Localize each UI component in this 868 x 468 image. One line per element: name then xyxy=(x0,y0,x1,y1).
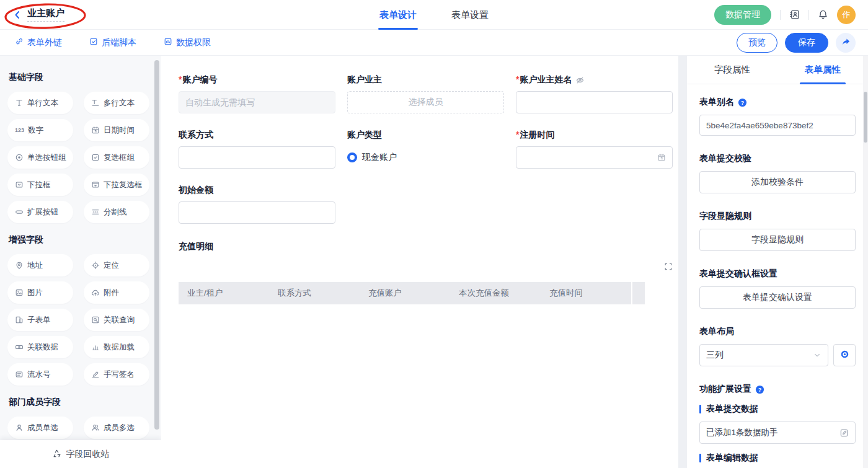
main-area: 基础字段单行文本多行文本123数字日期时间单选按钮组复选框组下拉框下拉复选框扩展… xyxy=(0,56,868,468)
tab-form-settings[interactable]: 表单设置 xyxy=(451,0,489,30)
section-label: 功能扩展设置 xyxy=(699,384,751,395)
sidebar-scrollbar[interactable] xyxy=(154,60,159,430)
field-account-no[interactable]: 账户编号 xyxy=(179,74,335,113)
preview-button[interactable]: 预览 xyxy=(737,33,777,53)
tab-form-design[interactable]: 表单设计 xyxy=(379,0,417,30)
header-actions: 数据管理 作 xyxy=(714,5,856,25)
submit-confirm-setting-button[interactable]: 表单提交确认设置 xyxy=(699,286,856,309)
field-pill-label: 定位 xyxy=(104,260,119,271)
svg-text:?: ? xyxy=(758,386,761,392)
subtable-recharge-detail[interactable]: 充值明细 业主/租户联系方式充值账户本次充值金额充值时间 xyxy=(179,241,673,304)
edit-icon[interactable] xyxy=(839,428,849,438)
relation-data-icon xyxy=(15,343,24,351)
field-pill-radio-group[interactable]: 单选按钮组 xyxy=(7,146,73,169)
divider xyxy=(780,10,781,20)
backend-script-link[interactable]: 后端脚本 xyxy=(89,37,136,48)
multi-select-icon xyxy=(91,180,100,189)
bell-icon[interactable] xyxy=(818,9,828,20)
field-recycle-bin[interactable]: 字段回收站 xyxy=(0,440,161,468)
share-arrow-icon xyxy=(841,37,851,48)
back-arrow-icon[interactable] xyxy=(12,10,22,20)
radio-selected[interactable] xyxy=(347,152,357,162)
field-pill-member-single[interactable]: 成员单选 xyxy=(7,417,73,439)
section-label: 字段显隐规则 xyxy=(699,211,751,222)
select-member-button[interactable]: 选择成员 xyxy=(347,91,504,113)
add-check-condition-button[interactable]: 添加校验条件 xyxy=(699,171,856,193)
field-pill-extend-button[interactable]: 扩展按钮 xyxy=(7,201,73,223)
help-icon[interactable]: ? xyxy=(738,98,747,107)
share-button[interactable] xyxy=(836,33,856,53)
calendar-icon xyxy=(91,126,100,135)
field-pill-multi-line-text[interactable]: 多行文本 xyxy=(84,92,149,114)
save-button[interactable]: 保存 xyxy=(785,33,828,53)
field-pill-locate[interactable]: 定位 xyxy=(84,254,149,276)
field-pill-multi-select[interactable]: 下拉复选框 xyxy=(84,174,149,196)
owner-name-input-inner[interactable] xyxy=(523,97,666,107)
page-scrollbar-thumb[interactable] xyxy=(864,92,867,143)
field-initial-amount[interactable]: 初始金额 xyxy=(179,185,335,224)
recycle-bin-label: 字段回收站 xyxy=(66,449,110,460)
data-manage-button[interactable]: 数据管理 xyxy=(714,5,771,25)
submit-data-status[interactable]: 已添加1条数据助手 xyxy=(699,422,856,444)
subform-icon xyxy=(15,316,24,324)
field-pill-image[interactable]: 图片 xyxy=(7,281,73,304)
field-pill-select[interactable]: 下拉框 xyxy=(7,174,73,196)
tab-field-properties[interactable]: 字段属性 xyxy=(687,56,777,84)
field-account-type[interactable]: 账户类型 现金账户 xyxy=(347,130,504,169)
avatar[interactable]: 作 xyxy=(837,6,856,24)
expand-icon[interactable] xyxy=(664,262,673,271)
field-contact[interactable]: 联系方式 xyxy=(179,130,335,169)
contact-input[interactable] xyxy=(179,146,335,169)
field-pill-divider[interactable]: 分割线 xyxy=(84,201,149,223)
subsection-edit-data: 表单编辑数据 xyxy=(699,453,856,464)
field-pill-single-line-text[interactable]: 单行文本 xyxy=(7,92,73,114)
address-book-icon[interactable] xyxy=(789,9,800,20)
field-pill-number[interactable]: 123数字 xyxy=(7,119,73,141)
form-external-link[interactable]: 表单外链 xyxy=(15,37,62,48)
field-pill-member-multi[interactable]: 成员多选 xyxy=(84,417,149,439)
page-scrollbar-track[interactable] xyxy=(863,56,868,468)
field-account-owner[interactable]: 账户业主 选择成员 xyxy=(347,74,504,113)
field-register-time[interactable]: 注册时间 xyxy=(516,130,673,169)
layout-settings-button[interactable] xyxy=(833,344,856,366)
field-pill-relation-query[interactable]: 关联查询 xyxy=(84,309,149,331)
tab-form-properties[interactable]: 表单属性 xyxy=(777,56,868,84)
field-pill-subform[interactable]: 子表单 xyxy=(7,309,73,331)
initial-amount-input-inner[interactable] xyxy=(185,208,329,218)
section-label: 表单布局 xyxy=(699,326,734,337)
multi-line-text-icon xyxy=(91,99,100,107)
visibility-rule-button[interactable]: 字段显隐规则 xyxy=(699,229,856,251)
back-nav[interactable]: 业主账户 xyxy=(12,7,64,22)
field-pill-checkbox-group[interactable]: 复选框组 xyxy=(84,146,149,169)
register-time-input-inner[interactable] xyxy=(523,152,657,162)
help-icon[interactable]: ? xyxy=(755,385,764,394)
contact-input-inner[interactable] xyxy=(185,152,329,162)
initial-amount-input[interactable] xyxy=(179,201,335,224)
sidebar-sections: 基础字段单行文本多行文本123数字日期时间单选按钮组复选框组下拉框下拉复选框扩展… xyxy=(0,56,161,468)
top-header: 业主账户 表单设计 表单设置 数据管理 作 xyxy=(0,0,868,30)
subtable-header-stub xyxy=(632,282,645,304)
field-pill-address[interactable]: 地址 xyxy=(7,254,73,276)
field-pill-label: 关联数据 xyxy=(27,342,58,353)
field-pill-data-load[interactable]: 数据加载 xyxy=(84,336,149,358)
field-pill-label: 下拉复选框 xyxy=(104,180,143,190)
page-title: 业主账户 xyxy=(27,7,64,22)
owner-name-input[interactable] xyxy=(516,91,673,113)
field-pill-signature[interactable]: 手写签名 xyxy=(84,363,149,386)
field-pill-datetime[interactable]: 日期时间 xyxy=(84,119,149,141)
field-pill-attachment[interactable]: 附件 xyxy=(84,281,149,304)
radio-label[interactable]: 现金账户 xyxy=(362,152,397,163)
form-designer-app: 业主账户 表单设计 表单设置 数据管理 作 表单外链 后端脚本 xyxy=(0,0,868,468)
sidebar-section-title: 部门成员字段 xyxy=(9,397,153,408)
field-palette-sidebar: 基础字段单行文本多行文本123数字日期时间单选按钮组复选框组下拉框下拉复选框扩展… xyxy=(0,56,161,468)
data-permission-link[interactable]: 数据权限 xyxy=(164,37,211,48)
form-alias-input[interactable] xyxy=(699,115,856,136)
field-pill-serial-number[interactable]: 流水号 xyxy=(7,363,73,386)
field-label: 账户类型 xyxy=(347,130,382,141)
field-pill-relation-data[interactable]: 关联数据 xyxy=(7,336,73,358)
sidebar-section-title: 增强字段 xyxy=(9,234,153,245)
layout-select[interactable]: 三列 xyxy=(699,344,828,366)
calendar-icon xyxy=(657,153,666,162)
register-time-input[interactable] xyxy=(516,146,673,169)
field-owner-name[interactable]: 账户业主姓名 xyxy=(516,74,673,113)
